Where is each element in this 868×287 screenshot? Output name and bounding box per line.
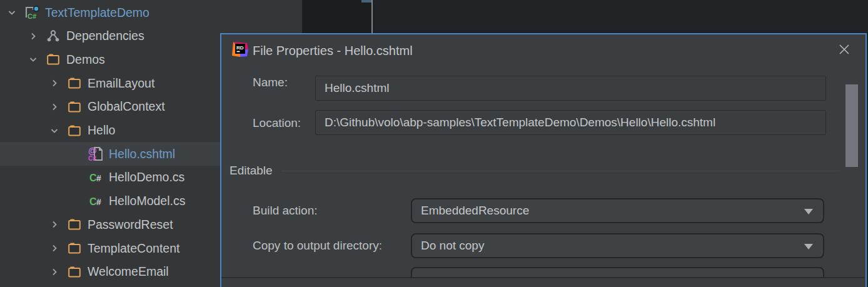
chevron-down-icon[interactable] [48, 126, 61, 136]
tree-item-label: HelloModel.cs [109, 194, 185, 208]
location-label: Location: [253, 116, 301, 131]
build-action-dropdown[interactable]: EmbeddedResource [411, 198, 824, 223]
tree-item-label: TemplateContent [88, 241, 179, 256]
folder-icon [66, 240, 83, 256]
tree-item-texttemplatedemo[interactable]: C#TextTemplateDemo [0, 1, 302, 24]
chevron-down-icon [804, 209, 813, 214]
name-input[interactable]: Hello.cshtml [315, 76, 826, 101]
tree-item-label: Dependencies [66, 29, 144, 43]
chevron-spacer [69, 196, 83, 206]
chevron-down-icon[interactable] [5, 8, 19, 18]
chevron-right-icon[interactable] [48, 78, 61, 88]
chevron-right-icon[interactable] [48, 219, 61, 229]
editor-splitter[interactable] [371, 0, 373, 33]
tree-item-label: WelcomeEmail [88, 264, 169, 279]
copy-to-output-dropdown[interactable]: Do not copy [411, 233, 824, 258]
svg-text:#: # [96, 173, 101, 183]
chevron-spacer [69, 149, 83, 159]
tree-item-label: PasswordReset [88, 218, 173, 232]
svg-text:C#: C# [88, 155, 96, 162]
chevron-spacer [69, 173, 83, 183]
tree-item-label: TextTemplateDemo [45, 6, 149, 20]
svg-text:C#: C# [28, 13, 36, 20]
folder-icon [45, 51, 61, 68]
chevron-right-icon[interactable] [48, 267, 61, 277]
dialog-footer-separator [221, 277, 864, 278]
chevron-right-icon[interactable] [48, 243, 61, 253]
cshtml-file-icon: @C# [88, 146, 104, 162]
build-action-label: Build action: [253, 203, 318, 218]
build-action-value: EmbeddedResource [421, 204, 529, 217]
svg-text:@: @ [88, 146, 97, 156]
tree-item-label: Demos [66, 53, 105, 67]
dependencies-icon [45, 28, 61, 44]
csharp-project-icon: C# [24, 4, 40, 21]
editor-background [302, 0, 868, 33]
editable-section-title: Editable [230, 163, 273, 178]
csharp-file-icon: C# [88, 193, 104, 209]
tree-item-label: HelloDemo.cs [109, 170, 184, 184]
file-properties-dialog: RD File Properties - Hello.cshtml Name: … [220, 33, 867, 287]
location-input[interactable]: D:\Github\volo\abp-samples\TextTemplateD… [315, 110, 826, 135]
copy-to-output-value: Do not copy [421, 239, 484, 252]
folder-icon [66, 75, 83, 91]
tree-item-label: Hello [88, 123, 115, 138]
next-field-dropdown-partial[interactable] [411, 267, 824, 277]
svg-text:#: # [96, 197, 101, 207]
ide-window: C#TextTemplateDemoDependenciesDemosEmail… [0, 0, 868, 287]
chevron-right-icon[interactable] [48, 102, 61, 112]
folder-icon [66, 123, 83, 139]
chevron-down-icon[interactable] [26, 54, 40, 64]
scroll-marker [361, 0, 371, 3]
chevron-right-icon[interactable] [26, 31, 40, 41]
tree-item-label: EmailLayout [88, 76, 154, 91]
dialog-scroll-area: Name: Hello.cshtml Location: D:\Github\v… [221, 34, 864, 277]
folder-icon [66, 264, 83, 280]
csharp-file-icon: C# [88, 169, 104, 186]
editor-pane [302, 0, 371, 33]
copy-to-output-label: Copy to output directory: [253, 238, 382, 253]
tree-item-label: GlobalContext [88, 99, 165, 114]
tree-item-label: Hello.cshtml [109, 147, 175, 161]
folder-icon [66, 99, 83, 115]
folder-icon [66, 216, 83, 233]
section-separator [281, 171, 840, 171]
name-label: Name: [253, 75, 288, 90]
dialog-scrollbar-thumb[interactable] [845, 84, 858, 167]
chevron-down-icon [804, 244, 813, 249]
